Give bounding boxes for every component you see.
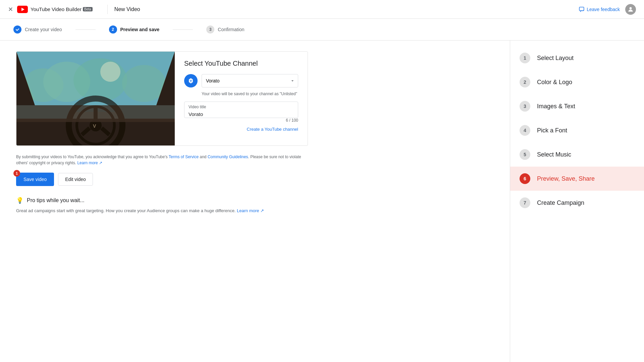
sidebar-num-3: 3: [520, 101, 530, 112]
create-channel-link[interactable]: Create a YouTube channel: [184, 127, 298, 132]
learn-more-link-terms[interactable]: Learn more ↗: [77, 161, 102, 165]
channel-row: Vorato: [184, 74, 298, 87]
step-3-label: Confirmation: [218, 27, 244, 32]
sidebar-item-select-music[interactable]: 5 Select Music: [510, 142, 644, 167]
svg-rect-2: [579, 7, 584, 11]
char-count: 6 / 100: [184, 118, 298, 123]
svg-rect-18: [16, 105, 175, 122]
pro-tips: 💡 Pro tips while you wait... Great ad ca…: [16, 197, 308, 214]
step-1-circle: [13, 25, 21, 34]
edit-video-button[interactable]: Edit video: [58, 173, 93, 186]
video-title-label: Video title: [189, 105, 294, 109]
step-2: 2 Preview and save: [109, 25, 160, 34]
sidebar-item-images-text[interactable]: 3 Images & Text: [510, 94, 644, 118]
feedback-icon: [579, 6, 585, 12]
sidebar-num-1: 1: [520, 53, 530, 63]
step-connector-2: [173, 29, 193, 30]
svg-point-19: [100, 62, 120, 82]
unlisted-notice: Your video will be saved to your channel…: [202, 92, 298, 96]
step-3: 3 Confirmation: [206, 25, 244, 34]
terms-of-service-link[interactable]: Terms of Service: [169, 155, 199, 159]
check-icon: [15, 27, 19, 32]
car-interior-image: V: [16, 52, 175, 145]
svg-text:V: V: [93, 123, 96, 129]
main-layout: V Select YouTube Channel: [0, 41, 644, 362]
step-1: Create your video: [13, 25, 62, 34]
avatar-icon: [627, 6, 634, 13]
header-divider: [107, 5, 108, 14]
svg-point-3: [630, 7, 632, 9]
video-preview: V: [16, 52, 175, 145]
video-title-field: Video title: [184, 102, 298, 118]
top-section: V Select YouTube Channel: [16, 51, 308, 146]
pro-tips-title: Pro tips while you wait...: [27, 197, 85, 203]
step-2-circle: 2: [109, 25, 117, 34]
brand-name: YouTube Video Builder Beta: [31, 6, 93, 12]
youtube-icon: [17, 6, 28, 13]
learn-more-link-tips[interactable]: Learn more ↗: [237, 208, 264, 213]
video-thumbnail: V: [16, 52, 175, 145]
bulb-icon: 💡: [16, 197, 23, 204]
feedback-label: Leave feedback: [587, 7, 620, 12]
step-connector-1: [75, 29, 96, 30]
sidebar-label-create-campaign: Create Campaign: [537, 199, 584, 206]
user-avatar[interactable]: [625, 4, 636, 15]
sidebar-label-color-logo: Color & Logo: [537, 79, 572, 86]
stepper: Create your video 2 Preview and save 3 C…: [0, 19, 644, 41]
channel-section-title: Select YouTube Channel: [184, 60, 298, 67]
sidebar-item-pick-font[interactable]: 4 Pick a Font: [510, 118, 644, 142]
channel-logo-icon: [187, 77, 195, 85]
sidebar-num-2: 2: [520, 77, 530, 87]
save-video-button[interactable]: Save video: [16, 173, 54, 186]
sidebar-label-select-layout: Select Layout: [537, 55, 574, 62]
sidebar-num-5: 5: [520, 149, 530, 160]
sidebar-item-create-campaign[interactable]: 7 Create Campaign: [510, 191, 644, 215]
sidebar-num-7: 7: [520, 197, 530, 208]
terms-notice: By submitting your videos to YouTube, yo…: [16, 154, 308, 166]
sidebar-num-4: 4: [520, 125, 530, 136]
sidebar-label-select-music: Select Music: [537, 151, 571, 158]
video-title-input[interactable]: [189, 111, 294, 117]
youtube-logo: [17, 6, 28, 13]
sidebar: 1 Select Layout 2 Color & Logo 3 Images …: [510, 41, 644, 362]
step-3-circle: 3: [206, 25, 214, 34]
sidebar-label-images-text: Images & Text: [537, 103, 575, 110]
brand-text: YouTube Video Builder: [31, 6, 82, 12]
pro-tips-text: Great ad campaigns start with great targ…: [16, 207, 308, 214]
sidebar-num-6: 6: [520, 173, 530, 184]
app-logo: YouTube Video Builder Beta: [17, 6, 93, 13]
step-1-label: Create your video: [25, 27, 62, 32]
feedback-button[interactable]: Leave feedback: [579, 6, 620, 12]
sidebar-item-select-layout[interactable]: 1 Select Layout: [510, 46, 644, 70]
close-button[interactable]: ✕: [8, 6, 13, 13]
step-2-label: Preview and save: [120, 27, 160, 32]
sidebar-label-preview-save: Preview, Save, Share: [537, 175, 595, 182]
save-button-wrapper: 1 Save video: [16, 173, 54, 186]
community-guidelines-link[interactable]: Community Guidelines: [208, 155, 248, 159]
pro-tips-header: 💡 Pro tips while you wait...: [16, 197, 308, 204]
header-actions: Leave feedback: [579, 4, 636, 15]
page-title: New Video: [114, 6, 140, 12]
channel-logo: [184, 74, 198, 87]
channel-section: Select YouTube Channel Vorato Your video…: [175, 52, 308, 145]
sidebar-item-color-logo[interactable]: 2 Color & Logo: [510, 70, 644, 94]
channel-select[interactable]: Vorato: [202, 74, 298, 87]
sidebar-item-preview-save[interactable]: 6 Preview, Save, Share: [510, 167, 644, 191]
beta-badge: Beta: [83, 7, 93, 11]
sidebar-label-pick-font: Pick a Font: [537, 127, 567, 134]
content-area: V Select YouTube Channel: [0, 41, 510, 362]
notification-badge: 1: [13, 170, 20, 177]
app-header: ✕ YouTube Video Builder Beta New Video L…: [0, 0, 644, 19]
action-buttons: 1 Save video Edit video: [16, 173, 494, 186]
